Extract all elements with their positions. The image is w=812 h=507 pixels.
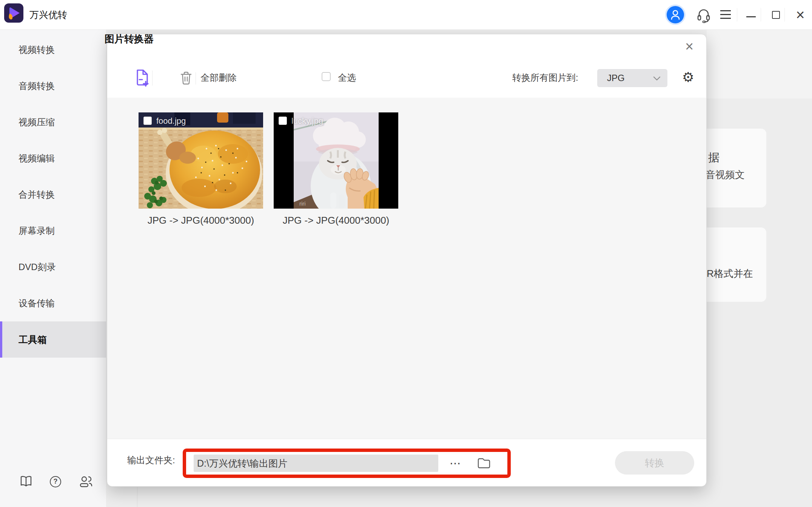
sidebar: 视频转换 音频转换 视频压缩 视频编辑 合并转换 屏幕录制 DVD刻录 设备传输… bbox=[0, 29, 106, 507]
titlebar-divider bbox=[784, 8, 785, 22]
dialog-title: 图片转换器 bbox=[105, 32, 154, 46]
manual-book-icon[interactable] bbox=[20, 475, 32, 487]
add-file-icon[interactable] bbox=[135, 69, 149, 87]
sidebar-item-screen-record[interactable]: 屏幕录制 bbox=[0, 213, 106, 249]
sidebar-item-dvd-burn[interactable]: DVD刻录 bbox=[0, 249, 106, 285]
app-window: 据 音视频文 R格式并在 万兴优转 bbox=[0, 0, 812, 507]
settings-gear-icon[interactable]: ⚙ bbox=[681, 70, 696, 85]
format-dropdown-value: JPG bbox=[607, 69, 625, 87]
support-headset-icon[interactable] bbox=[696, 7, 711, 23]
select-all-checkbox[interactable] bbox=[322, 72, 331, 81]
sidebar-item-toolbox[interactable]: 工具箱 bbox=[0, 321, 106, 358]
toolbar-divider bbox=[196, 72, 196, 84]
open-folder-icon[interactable] bbox=[477, 457, 491, 469]
user-icon bbox=[667, 6, 684, 23]
background-panel-edge bbox=[137, 487, 137, 507]
conversion-caption: JPG -> JPG(4000*3000) bbox=[274, 215, 398, 226]
background-card-1-title: 据 bbox=[708, 150, 720, 166]
file-checkbox[interactable] bbox=[143, 117, 152, 125]
sidebar-item-audio-convert[interactable]: 音频转换 bbox=[0, 68, 106, 104]
food-image bbox=[139, 112, 263, 209]
file-thumbnail-lucky[interactable]: riri lucky.jpg bbox=[274, 112, 398, 209]
toolbar-divider bbox=[152, 71, 153, 86]
delete-all-button[interactable]: 全部删除 bbox=[200, 72, 237, 83]
output-path-input[interactable]: D:\万兴优转\输出图片 bbox=[194, 455, 438, 472]
sidebar-item-video-compress[interactable]: 视频压缩 bbox=[0, 104, 106, 140]
file-checkbox[interactable] bbox=[279, 117, 287, 125]
titlebar: 万兴优转 × bbox=[0, 0, 812, 30]
cat-image: riri bbox=[274, 112, 398, 209]
file-name: lucky.jpg bbox=[291, 116, 323, 126]
browse-more-button[interactable]: ⋯ bbox=[446, 455, 465, 472]
file-thumbnail-food[interactable]: food.jpg bbox=[139, 112, 263, 209]
sidebar-item-device-transfer[interactable]: 设备传输 bbox=[0, 285, 106, 321]
menu-hamburger-icon[interactable] bbox=[720, 10, 731, 19]
conversion-caption: JPG -> JPG(4000*3000) bbox=[139, 215, 263, 226]
chevron-down-icon bbox=[653, 76, 661, 81]
file-grid-area: food.jpg JPG -> JPG(4000*3000) bbox=[107, 98, 707, 439]
image-watermark: riri bbox=[299, 200, 306, 207]
user-avatar[interactable] bbox=[667, 6, 684, 23]
output-folder-label: 输出文件夹: bbox=[127, 454, 175, 466]
app-logo bbox=[4, 3, 23, 23]
sidebar-item-video-convert[interactable]: 视频转换 bbox=[0, 32, 106, 68]
sidebar-item-video-edit[interactable]: 视频编辑 bbox=[0, 140, 106, 177]
convert-button[interactable]: 转换 bbox=[615, 451, 694, 475]
background-card-1-subtitle: 音视频文 bbox=[706, 168, 745, 181]
format-dropdown[interactable]: JPG bbox=[597, 69, 667, 87]
footer-divider bbox=[107, 439, 707, 439]
file-name: food.jpg bbox=[156, 116, 186, 126]
titlebar-divider bbox=[761, 8, 761, 22]
app-title: 万兴优转 bbox=[29, 0, 67, 29]
background-card-2-text: R格式并在 bbox=[707, 267, 753, 280]
minimize-icon[interactable] bbox=[746, 16, 756, 17]
titlebar-divider bbox=[737, 8, 737, 22]
help-question-icon[interactable]: ? bbox=[50, 476, 61, 487]
close-window-icon[interactable]: × bbox=[792, 5, 809, 24]
image-converter-dialog: × 全部删除 全选 转换所有图片到: JPG bbox=[107, 34, 707, 487]
convert-all-label: 转换所有图片到: bbox=[512, 72, 578, 83]
maximize-icon[interactable] bbox=[772, 11, 780, 19]
sidebar-item-merge-convert[interactable]: 合并转换 bbox=[0, 177, 106, 213]
background-header-strip bbox=[707, 29, 812, 98]
community-users-icon[interactable] bbox=[79, 475, 93, 488]
trash-icon[interactable] bbox=[180, 71, 192, 85]
select-all-label[interactable]: 全选 bbox=[338, 72, 356, 83]
dialog-close-icon[interactable]: × bbox=[680, 37, 698, 55]
